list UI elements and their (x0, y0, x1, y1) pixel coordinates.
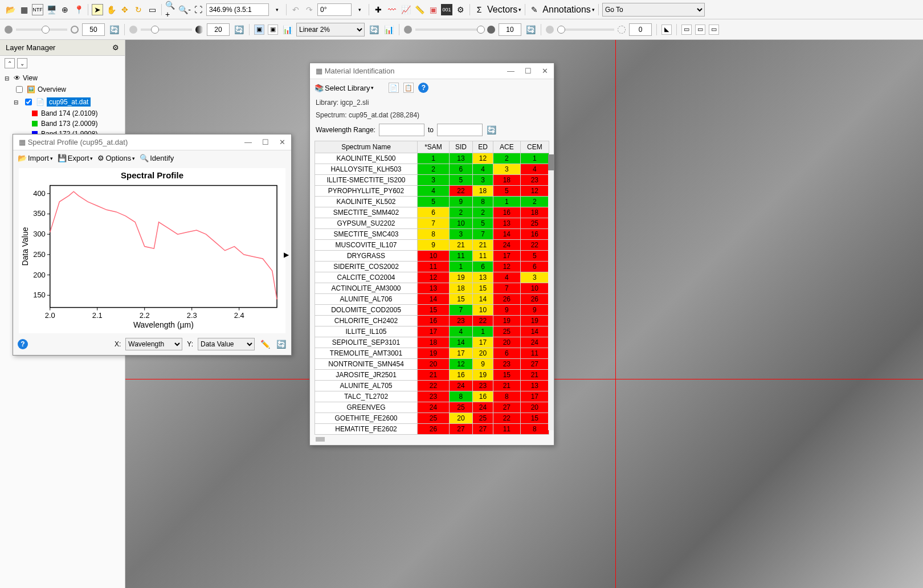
close-icon[interactable]: ✕ (542, 67, 548, 75)
table-row[interactable]: ILLITE_IL10517412514 (315, 326, 549, 337)
hist-icon[interactable]: 📊 (281, 24, 293, 35)
refresh3-icon[interactable]: 🔄 (368, 24, 379, 35)
vectors-menu[interactable]: Vectors ▾ (487, 5, 521, 15)
stretch-type1-icon[interactable]: ▣ (254, 24, 264, 35)
tree-file-node[interactable]: ⊟ 📄 cup95_at.dat (5, 96, 120, 108)
zoom-rect-icon[interactable]: ⛶ (193, 4, 204, 15)
table-row[interactable]: SEPIOLITE_SEP31011814172024 (315, 337, 549, 348)
expand-icon[interactable]: ⊟ (14, 99, 21, 105)
spectral-profile-titlebar[interactable]: ▦ Spectral Profile (cup95_at.dat) — ☐ ✕ (13, 134, 291, 150)
copy-icon[interactable]: 📋 (403, 83, 414, 93)
sharpen-value[interactable] (499, 23, 521, 36)
layer-manager-settings-icon[interactable]: ⚙ (112, 43, 119, 52)
fly-icon[interactable]: ✥ (119, 4, 130, 15)
material-id-titlebar[interactable]: ▦ Material Identification — ☐ ✕ (310, 63, 554, 79)
table-row[interactable]: DOLOMITE_COD20051571099 (315, 305, 549, 316)
brightness-value[interactable] (82, 23, 105, 36)
chip-icon[interactable]: ▦ (18, 4, 30, 15)
expand-icon[interactable]: ⊟ (5, 75, 11, 81)
table-row[interactable]: JAROSITE_JR25012116191521 (315, 370, 549, 381)
sharpen-slider[interactable] (415, 28, 484, 31)
brightness-slider[interactable] (16, 28, 67, 31)
goto-select[interactable]: Go To (602, 3, 705, 17)
table-row[interactable]: SMECTITE_SMM4026221618 (315, 207, 549, 218)
annotations-menu[interactable]: Annotations ▾ (542, 5, 595, 15)
table-row[interactable]: ALUNITE_AL7052224232113 (315, 381, 549, 391)
minimize-icon[interactable]: — (244, 138, 252, 146)
table-row[interactable]: SIDERITE_COS20021116126 (315, 262, 549, 272)
table-row[interactable]: MUSCOVITE_IL107921212422 (315, 240, 549, 251)
table-row[interactable]: GYPSUM_SU220271051325 (315, 218, 549, 229)
refresh1-icon[interactable]: 🔄 (108, 24, 120, 35)
table-row[interactable]: GREENVEG2425242720 (315, 402, 549, 413)
table-row[interactable]: CHLORITE_CH24021623221919 (315, 316, 549, 326)
tree-band-node[interactable]: Band 173 (2.0009) (5, 119, 120, 129)
info-icon[interactable]: ◣ (661, 24, 672, 35)
col-header[interactable]: Spectrum Name (315, 141, 418, 153)
zoom-out-icon[interactable]: 🔍- (179, 4, 190, 15)
table-row[interactable]: NONTRONITE_SMN454201292327 (315, 359, 549, 370)
table-row[interactable]: DRYGRASS101111175 (315, 251, 549, 262)
feature-icon[interactable]: ⚙ (455, 4, 466, 15)
ntf-icon[interactable]: NTF (32, 4, 43, 15)
pin-icon[interactable]: 📍 (73, 4, 84, 15)
help-icon[interactable]: ? (418, 83, 428, 93)
help-icon[interactable]: ? (18, 339, 28, 349)
measure-icon[interactable]: 📏 (414, 4, 425, 15)
col-header[interactable]: SID (449, 141, 472, 153)
table-row[interactable]: PYROPHYLLITE_PY60242218512 (315, 186, 549, 197)
select-library-button[interactable]: 📚 Select Library ▾ (315, 84, 374, 92)
rotate-left-icon[interactable]: ↶ (290, 4, 301, 15)
table-row[interactable]: CALCITE_CO200412191343 (315, 272, 549, 283)
counter-icon[interactable]: 001 (441, 4, 452, 15)
table-row[interactable]: ALUNITE_AL7061415142626 (315, 294, 549, 305)
pan-icon[interactable]: ✋ (105, 4, 117, 15)
table-row[interactable]: KAOLINITE_KL50259812 (315, 197, 549, 207)
pointer-icon[interactable]: ➤ (92, 4, 103, 15)
sigma-icon[interactable]: Σ (473, 4, 485, 15)
y-axis-select[interactable]: Data Value (198, 338, 255, 350)
options-button[interactable]: ⚙ Options ▾ (97, 154, 135, 162)
col-header[interactable]: ACE (493, 141, 521, 153)
tree-view-node[interactable]: ⊟ 👁 View (5, 73, 120, 83)
rotation-dropdown-icon[interactable]: ▾ (354, 4, 365, 15)
portal2-icon[interactable]: ▭ (695, 24, 705, 35)
display-icon[interactable]: 🖥️ (46, 4, 57, 15)
close-icon[interactable]: ✕ (279, 138, 285, 146)
table-row[interactable]: TALC_TL270223816817 (315, 391, 549, 402)
tree-band-node[interactable]: Band 174 (2.0109) (5, 108, 120, 119)
table-row[interactable]: ACTINOLITE_AM3000131815710 (315, 283, 549, 294)
stretch-type2-icon[interactable]: ▣ (268, 24, 278, 35)
range-max-input[interactable] (437, 124, 483, 136)
chart-expand-icon[interactable]: ▶ (284, 251, 289, 259)
roi-icon[interactable]: ▣ (427, 4, 439, 15)
rotate-icon[interactable]: ↻ (133, 4, 144, 15)
scrollbar-thumb[interactable] (548, 154, 554, 170)
maximize-icon[interactable]: ☐ (262, 138, 269, 146)
identify-button[interactable]: 🔍 Identify (140, 154, 174, 162)
col-header[interactable]: ED (472, 141, 493, 153)
crosshair-icon[interactable]: ✚ (373, 4, 384, 15)
globe-icon[interactable]: ⊕ (59, 4, 71, 15)
portal1-icon[interactable]: ▭ (681, 24, 692, 35)
refresh2-icon[interactable]: 🔄 (233, 24, 244, 35)
rgb-hist-icon[interactable]: 📊 (383, 24, 394, 35)
zoom-dropdown-icon[interactable]: ▾ (271, 4, 283, 15)
table-row[interactable]: TREMOLITE_AMT3001191720611 (315, 348, 549, 359)
minimize-icon[interactable]: — (507, 67, 514, 75)
import-button[interactable]: 📂 Import ▾ (18, 154, 53, 162)
zoom-input[interactable] (206, 3, 269, 16)
tree-overview-node[interactable]: 🖼️ Overview (5, 83, 120, 96)
spectrum-icon[interactable]: 〰 (386, 4, 398, 15)
transparency-value[interactable] (629, 23, 652, 36)
zoom-in-icon[interactable]: 🔍+ (165, 4, 177, 15)
range-refresh-icon[interactable]: 🔄 (486, 124, 497, 136)
range-min-input[interactable] (379, 124, 424, 136)
annotation-icon[interactable]: ✎ (529, 4, 540, 15)
table-row[interactable]: ILLITE-SMECTITE_IS2003531823 (315, 175, 549, 186)
file-checkbox[interactable] (25, 99, 32, 105)
new-file-icon[interactable]: 📄 (389, 83, 399, 93)
collapse-down-icon[interactable]: ⌄ (17, 58, 27, 68)
x-axis-select[interactable]: Wavelength (125, 338, 182, 350)
rotate-right-icon[interactable]: ↷ (304, 4, 315, 15)
